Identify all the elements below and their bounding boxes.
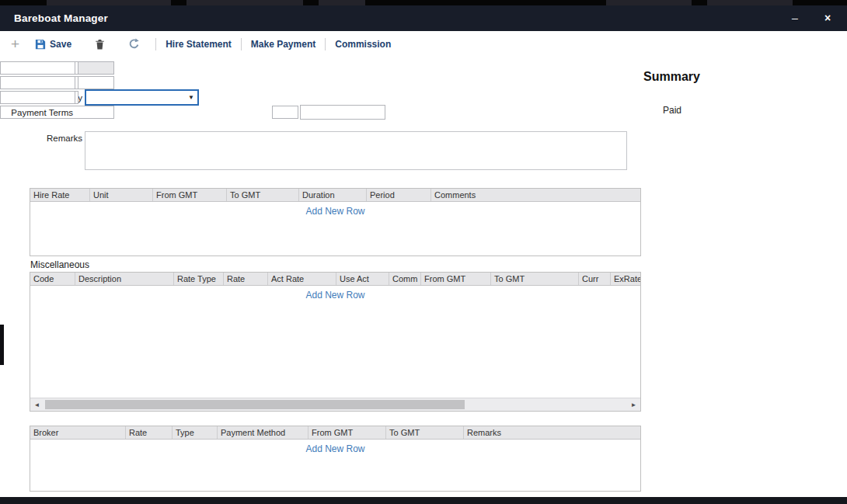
delete-button[interactable] bbox=[95, 39, 105, 50]
column-header[interactable]: Code bbox=[30, 273, 75, 285]
scrollbar-track[interactable] bbox=[44, 398, 627, 411]
remarks-label: Remarks bbox=[0, 134, 82, 143]
save-button[interactable]: Save bbox=[35, 39, 71, 50]
column-header[interactable]: Comm bbox=[389, 273, 421, 285]
window-titlebar: Bareboat Manager – × bbox=[0, 5, 847, 31]
toolbar: + Save Hire Statement Make Payment Commi… bbox=[0, 31, 847, 57]
column-header[interactable]: To GMT bbox=[491, 273, 579, 285]
add-new-row-link[interactable]: Add New Row bbox=[30, 206, 640, 217]
make-payment-button[interactable]: Make Payment bbox=[251, 39, 315, 50]
scroll-right-icon[interactable]: ► bbox=[627, 398, 640, 412]
refresh-button[interactable] bbox=[128, 38, 140, 50]
department-field[interactable] bbox=[0, 91, 75, 104]
column-header[interactable]: From GMT bbox=[421, 273, 491, 285]
column-header[interactable]: Remarks bbox=[464, 426, 640, 439]
column-header[interactable]: Rate bbox=[126, 426, 173, 439]
background-tab-strip bbox=[0, 0, 847, 5]
miscellaneous-section-label: Miscellaneous bbox=[30, 259, 89, 270]
controller-field[interactable] bbox=[0, 76, 75, 89]
column-header[interactable]: Type bbox=[173, 426, 218, 439]
payment-terms-desc-field[interactable] bbox=[300, 105, 385, 120]
horizontal-scrollbar[interactable]: ◄ ► bbox=[30, 398, 640, 411]
column-header[interactable]: To GMT bbox=[227, 189, 299, 201]
column-header[interactable]: Use Act bbox=[336, 273, 389, 285]
payment-terms-field[interactable] bbox=[272, 106, 298, 119]
column-header[interactable]: Duration bbox=[299, 189, 367, 201]
broker-table-header: Broker Rate Type Payment Method From GMT… bbox=[30, 426, 640, 440]
commission-button[interactable]: Commission bbox=[335, 39, 391, 50]
background-bottom-strip bbox=[0, 497, 847, 504]
column-header[interactable]: Unit bbox=[90, 189, 153, 201]
remarks-field[interactable] bbox=[85, 131, 627, 170]
new-record-button[interactable]: + bbox=[11, 36, 19, 51]
add-new-row-link[interactable]: Add New Row bbox=[30, 443, 640, 454]
summary-title: Summary bbox=[643, 70, 700, 84]
background-tab bbox=[319, 0, 365, 5]
column-header[interactable]: From GMT bbox=[153, 189, 227, 201]
toolbar-separator bbox=[325, 38, 326, 50]
save-label: Save bbox=[50, 39, 71, 50]
column-header[interactable]: Broker bbox=[30, 426, 126, 439]
column-header[interactable]: Rate Type bbox=[174, 273, 224, 285]
paid-label: Paid bbox=[663, 105, 681, 116]
column-header[interactable]: Curr bbox=[579, 273, 611, 285]
column-header[interactable]: ExRate bbox=[611, 273, 640, 285]
hire-table-header: Hire Rate Unit From GMT To GMT Duration … bbox=[30, 189, 640, 202]
background-tab bbox=[606, 0, 692, 5]
refresh-icon bbox=[128, 38, 140, 50]
toolbar-separator bbox=[155, 38, 156, 50]
add-new-row-link[interactable]: Add New Row bbox=[30, 290, 640, 301]
billing-period-field[interactable] bbox=[0, 61, 75, 75]
payment-terms-label: Payment Terms bbox=[0, 106, 73, 120]
background-tab bbox=[47, 0, 171, 5]
toolbar-separator bbox=[241, 38, 242, 50]
column-header[interactable]: From GMT bbox=[308, 426, 386, 439]
background-tab bbox=[707, 0, 793, 5]
background-window-edge bbox=[0, 325, 4, 365]
column-header[interactable]: Rate bbox=[224, 273, 268, 285]
column-header[interactable]: Act Rate bbox=[268, 273, 336, 285]
miscellaneous-table: Code Description Rate Type Rate Act Rate… bbox=[30, 272, 641, 412]
column-header[interactable]: Period bbox=[367, 189, 431, 201]
broker-table: Broker Rate Type Payment Method From GMT… bbox=[30, 426, 641, 492]
background-tab bbox=[186, 0, 303, 5]
column-header[interactable]: Description bbox=[75, 273, 174, 285]
column-header[interactable]: Hire Rate bbox=[30, 189, 90, 201]
trash-icon bbox=[95, 39, 105, 50]
window-title: Bareboat Manager bbox=[14, 5, 108, 31]
column-header[interactable]: Payment Method bbox=[218, 426, 308, 439]
scrollbar-thumb[interactable] bbox=[45, 400, 465, 409]
column-header[interactable]: To GMT bbox=[386, 426, 464, 439]
hire-statement-button[interactable]: Hire Statement bbox=[166, 39, 232, 50]
misc-table-header: Code Description Rate Type Rate Act Rate… bbox=[30, 273, 640, 286]
scroll-left-icon[interactable]: ◄ bbox=[30, 398, 44, 412]
close-button[interactable]: × bbox=[816, 5, 839, 31]
save-icon bbox=[35, 39, 46, 50]
beneficiary-dropdown[interactable]: ▼ bbox=[85, 89, 199, 106]
minimize-button[interactable]: – bbox=[783, 5, 807, 31]
hire-table: Hire Rate Unit From GMT To GMT Duration … bbox=[30, 188, 641, 256]
beneficiary-value bbox=[86, 91, 185, 104]
chevron-down-icon[interactable]: ▼ bbox=[185, 91, 197, 104]
column-header[interactable]: Comments bbox=[431, 189, 640, 201]
